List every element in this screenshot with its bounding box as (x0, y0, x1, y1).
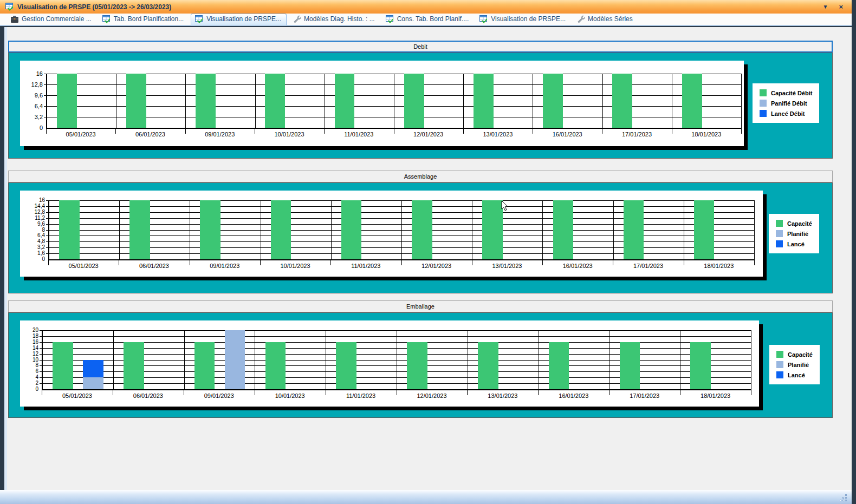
category-cells (49, 200, 755, 259)
legend-label: Planifié (787, 231, 808, 237)
x-category-label: 13/01/2023 (463, 131, 533, 138)
legend-label: Lancé (787, 241, 805, 247)
y-tick-label: 4 (35, 375, 38, 380)
tab-7[interactable]: Modèles Séries (573, 14, 638, 25)
bar-capacite (624, 200, 644, 259)
minimize-button[interactable]: ▼ (823, 3, 828, 10)
bar-capacite (335, 74, 355, 128)
bar-capacite (271, 200, 291, 259)
category-cell (190, 200, 261, 259)
x-axis-labels: 05/01/202306/01/202309/01/202310/01/2023… (48, 263, 754, 269)
legend-label: Panifié Débit (771, 100, 807, 107)
y-axis-labels: 20181614121086420 (21, 330, 38, 389)
panel-title-assemblage: Assemblage (404, 173, 437, 180)
y-tick-label: 16 (36, 71, 43, 76)
tab-label: Modèles Diag. Histo. : ... (304, 15, 375, 23)
close-button[interactable]: × (839, 3, 843, 10)
legend-debit: Capacité DébitPanifié DébitLancé Débit (753, 83, 819, 123)
y-tick-label: 8 (42, 227, 45, 233)
bar-capacite (265, 74, 285, 128)
panel-body-assemblage: 1614,412,811,29,686,44,83,21,6005/01/202… (8, 182, 833, 293)
tab-label: Modèles Séries (588, 15, 633, 23)
bar-capacite (126, 74, 146, 128)
y-tick-label: 20 (33, 328, 38, 333)
y-tick-label: 0 (42, 257, 45, 262)
bar-capacite (124, 342, 144, 389)
y-tick-label: 6,4 (35, 103, 43, 109)
y-axis-labels: 1614,412,811,29,686,44,83,21,60 (21, 200, 45, 259)
tab-label: Visualisation de PRSPE... (491, 15, 566, 23)
x-category-label: 11/01/2023 (324, 131, 393, 138)
plot-area (42, 330, 751, 390)
bar-capacite (412, 200, 432, 259)
resize-grip-icon[interactable] (840, 494, 847, 502)
legend-swatch (760, 89, 767, 96)
x-category-label: 06/01/2023 (113, 392, 184, 399)
category-cell (261, 200, 332, 259)
x-category-label: 10/01/2023 (255, 392, 326, 399)
legend-swatch (776, 240, 783, 247)
legend-swatch (760, 110, 767, 117)
panel-title-debit: Debit (413, 43, 427, 50)
category-cell (539, 330, 610, 389)
y-tick-label: 3,2 (37, 245, 45, 250)
chart-debit: 1612,89,66,43,2005/01/202306/01/202309/0… (20, 61, 744, 146)
panel-header-debit: Debit (8, 41, 833, 53)
tab-2[interactable]: Tab. Bord Planification... (99, 14, 189, 25)
wrench-icon (576, 15, 585, 23)
bar-capacite (553, 200, 573, 259)
category-cell (186, 74, 255, 128)
category-cell (680, 330, 751, 389)
x-category-label: 06/01/2023 (115, 131, 185, 138)
bar-capacite (694, 200, 714, 259)
tab-1[interactable]: Gestion Commerciale ... (7, 14, 96, 25)
y-axis-labels: 1612,89,66,43,20 (21, 74, 43, 128)
legend-emballage: CapacitéPlanifiéLancé (769, 345, 820, 384)
legend-item: Planifié (776, 361, 813, 368)
plot-area (46, 74, 742, 129)
mouse-cursor (501, 200, 508, 211)
x-category-label: 06/01/2023 (119, 263, 189, 269)
window-left-border (4, 27, 7, 490)
tab-4[interactable]: Modèles Diag. Histo. : ... (289, 14, 380, 25)
x-category-label: 12/01/2023 (393, 131, 463, 138)
legend-label: Capacité Débit (771, 90, 812, 96)
y-tick-label: 10 (33, 357, 38, 363)
x-category-label: 05/01/2023 (42, 392, 113, 399)
legend-label: Lancé Débit (771, 110, 805, 117)
legend-label: Planifié (788, 362, 809, 368)
category-cell (326, 330, 397, 389)
x-category-label: 16/01/2023 (538, 392, 609, 399)
y-tick-label: 2 (35, 381, 38, 386)
category-cell (185, 330, 256, 389)
x-category-label: 05/01/2023 (46, 131, 115, 138)
category-cell (255, 330, 326, 389)
x-category-label: 17/01/2023 (609, 392, 680, 399)
panel-header-assemblage: Assemblage (8, 171, 833, 182)
legend-item: Capacité (776, 220, 812, 227)
bar-capacite (620, 342, 640, 389)
bar-capacite (194, 342, 215, 389)
tab-3-active[interactable]: Visualisation de PRSPE... (191, 14, 287, 25)
legend-item: Lancé (776, 371, 813, 378)
y-tick-label: 9,6 (35, 93, 43, 98)
table-check-icon (102, 15, 111, 23)
x-category-label: 16/01/2023 (533, 131, 602, 138)
tab-6[interactable]: Visualisation de PRSPE... (476, 14, 570, 25)
window-titlebar: Visualisation de PRSPE (05/01/2023 -> 26… (0, 0, 852, 14)
y-tick-label: 9,6 (37, 221, 45, 227)
category-cell (402, 200, 472, 259)
legend-label: Capacité (787, 220, 812, 227)
category-cell (114, 330, 185, 389)
bar-capacite (682, 74, 702, 128)
tab-label: Tab. Bord Planification... (114, 15, 184, 23)
bar-capacite (341, 200, 361, 259)
bar-capacite (53, 342, 73, 389)
tab-5[interactable]: Cons. Tab. Bord Planif.... (382, 14, 474, 25)
bar-capacite (404, 74, 424, 128)
panel-title-emballage: Emballage (406, 303, 435, 310)
bar-capacite (200, 200, 220, 259)
x-category-label: 16/01/2023 (542, 263, 613, 269)
y-tick-label: 6,4 (37, 233, 45, 238)
x-category-label: 11/01/2023 (326, 392, 397, 399)
